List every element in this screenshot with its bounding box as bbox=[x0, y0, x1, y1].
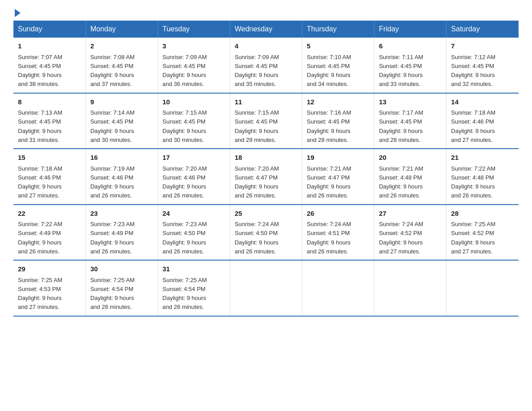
header-wednesday: Wednesday bbox=[230, 21, 302, 38]
calendar-cell bbox=[374, 260, 446, 316]
day-number: 7 bbox=[451, 41, 514, 51]
day-info: Sunrise: 7:24 AMSunset: 4:51 PMDaylight:… bbox=[307, 221, 351, 255]
day-info: Sunrise: 7:08 AMSunset: 4:45 PMDaylight:… bbox=[90, 54, 135, 88]
calendar-cell: 28 Sunrise: 7:25 AMSunset: 4:52 PMDaylig… bbox=[446, 205, 519, 261]
day-info: Sunrise: 7:09 AMSunset: 4:45 PMDaylight:… bbox=[163, 54, 207, 88]
calendar-cell bbox=[230, 260, 302, 316]
calendar-cell: 22 Sunrise: 7:22 AMSunset: 4:49 PMDaylig… bbox=[13, 205, 86, 261]
day-info: Sunrise: 7:22 AMSunset: 4:48 PMDaylight:… bbox=[451, 165, 495, 199]
page-header bbox=[13, 9, 519, 16]
day-info: Sunrise: 7:21 AMSunset: 4:48 PMDaylight:… bbox=[379, 165, 423, 199]
day-info: Sunrise: 7:15 AMSunset: 4:45 PMDaylight:… bbox=[235, 109, 279, 143]
calendar-cell bbox=[302, 260, 374, 316]
calendar-cell bbox=[446, 260, 519, 316]
logo bbox=[13, 9, 21, 16]
day-info: Sunrise: 7:13 AMSunset: 4:45 PMDaylight:… bbox=[18, 109, 62, 143]
header-monday: Monday bbox=[86, 21, 158, 38]
day-number: 11 bbox=[235, 97, 297, 107]
day-number: 18 bbox=[235, 153, 297, 163]
calendar-cell: 11 Sunrise: 7:15 AMSunset: 4:45 PMDaylig… bbox=[230, 93, 302, 149]
day-info: Sunrise: 7:18 AMSunset: 4:46 PMDaylight:… bbox=[18, 165, 62, 199]
day-number: 27 bbox=[379, 209, 442, 219]
day-info: Sunrise: 7:23 AMSunset: 4:49 PMDaylight:… bbox=[90, 221, 135, 255]
header-saturday: Saturday bbox=[446, 21, 519, 38]
day-info: Sunrise: 7:14 AMSunset: 4:45 PMDaylight:… bbox=[90, 109, 135, 143]
day-number: 14 bbox=[451, 97, 514, 107]
calendar-cell: 4 Sunrise: 7:09 AMSunset: 4:45 PMDayligh… bbox=[230, 38, 302, 93]
calendar-cell: 13 Sunrise: 7:17 AMSunset: 4:45 PMDaylig… bbox=[374, 93, 446, 149]
day-number: 16 bbox=[90, 153, 153, 163]
day-info: Sunrise: 7:18 AMSunset: 4:46 PMDaylight:… bbox=[451, 109, 495, 143]
day-info: Sunrise: 7:10 AMSunset: 4:45 PMDaylight:… bbox=[307, 54, 351, 88]
header-sunday: Sunday bbox=[13, 21, 86, 38]
day-info: Sunrise: 7:25 AMSunset: 4:54 PMDaylight:… bbox=[90, 277, 135, 311]
day-info: Sunrise: 7:25 AMSunset: 4:53 PMDaylight:… bbox=[18, 277, 62, 311]
day-number: 17 bbox=[163, 153, 225, 163]
calendar-cell: 24 Sunrise: 7:23 AMSunset: 4:50 PMDaylig… bbox=[158, 205, 230, 261]
day-info: Sunrise: 7:16 AMSunset: 4:45 PMDaylight:… bbox=[307, 109, 351, 143]
calendar-cell: 23 Sunrise: 7:23 AMSunset: 4:49 PMDaylig… bbox=[86, 205, 158, 261]
calendar-cell: 12 Sunrise: 7:16 AMSunset: 4:45 PMDaylig… bbox=[302, 93, 374, 149]
calendar-cell: 20 Sunrise: 7:21 AMSunset: 4:48 PMDaylig… bbox=[374, 149, 446, 205]
day-number: 9 bbox=[90, 97, 153, 107]
calendar-week-row: 29 Sunrise: 7:25 AMSunset: 4:53 PMDaylig… bbox=[13, 260, 519, 316]
day-info: Sunrise: 7:21 AMSunset: 4:47 PMDaylight:… bbox=[307, 165, 351, 199]
calendar-cell: 29 Sunrise: 7:25 AMSunset: 4:53 PMDaylig… bbox=[13, 260, 86, 316]
calendar-week-row: 22 Sunrise: 7:22 AMSunset: 4:49 PMDaylig… bbox=[13, 205, 519, 261]
day-number: 22 bbox=[18, 209, 81, 219]
day-number: 13 bbox=[379, 97, 442, 107]
logo-arrow-icon bbox=[15, 9, 21, 17]
calendar-cell: 21 Sunrise: 7:22 AMSunset: 4:48 PMDaylig… bbox=[446, 149, 519, 205]
calendar-cell: 3 Sunrise: 7:09 AMSunset: 4:45 PMDayligh… bbox=[158, 38, 230, 93]
day-number: 28 bbox=[451, 209, 514, 219]
day-number: 5 bbox=[307, 41, 369, 51]
day-number: 31 bbox=[163, 264, 225, 274]
calendar-week-row: 1 Sunrise: 7:07 AMSunset: 4:45 PMDayligh… bbox=[13, 38, 519, 93]
day-info: Sunrise: 7:12 AMSunset: 4:45 PMDaylight:… bbox=[451, 54, 495, 88]
calendar-cell: 31 Sunrise: 7:25 AMSunset: 4:54 PMDaylig… bbox=[158, 260, 230, 316]
calendar-header-row: SundayMondayTuesdayWednesdayThursdayFrid… bbox=[13, 21, 519, 38]
calendar-cell: 8 Sunrise: 7:13 AMSunset: 4:45 PMDayligh… bbox=[13, 93, 86, 149]
header-thursday: Thursday bbox=[302, 21, 374, 38]
calendar-week-row: 8 Sunrise: 7:13 AMSunset: 4:45 PMDayligh… bbox=[13, 93, 519, 149]
day-info: Sunrise: 7:17 AMSunset: 4:45 PMDaylight:… bbox=[379, 109, 423, 143]
day-info: Sunrise: 7:25 AMSunset: 4:54 PMDaylight:… bbox=[163, 277, 207, 311]
calendar-cell: 1 Sunrise: 7:07 AMSunset: 4:45 PMDayligh… bbox=[13, 38, 86, 93]
day-number: 1 bbox=[18, 41, 81, 51]
calendar-cell: 10 Sunrise: 7:15 AMSunset: 4:45 PMDaylig… bbox=[158, 93, 230, 149]
day-info: Sunrise: 7:23 AMSunset: 4:50 PMDaylight:… bbox=[163, 221, 207, 255]
day-number: 30 bbox=[90, 264, 153, 274]
calendar-cell: 25 Sunrise: 7:24 AMSunset: 4:50 PMDaylig… bbox=[230, 205, 302, 261]
day-number: 3 bbox=[163, 41, 225, 51]
calendar-cell: 17 Sunrise: 7:20 AMSunset: 4:46 PMDaylig… bbox=[158, 149, 230, 205]
calendar-table: SundayMondayTuesdayWednesdayThursdayFrid… bbox=[13, 21, 519, 317]
day-number: 23 bbox=[90, 209, 153, 219]
day-info: Sunrise: 7:25 AMSunset: 4:52 PMDaylight:… bbox=[451, 221, 495, 255]
day-number: 24 bbox=[163, 209, 225, 219]
day-info: Sunrise: 7:24 AMSunset: 4:52 PMDaylight:… bbox=[379, 221, 423, 255]
calendar-cell: 30 Sunrise: 7:25 AMSunset: 4:54 PMDaylig… bbox=[86, 260, 158, 316]
day-info: Sunrise: 7:15 AMSunset: 4:45 PMDaylight:… bbox=[163, 109, 207, 143]
day-number: 8 bbox=[18, 97, 81, 107]
calendar-cell: 14 Sunrise: 7:18 AMSunset: 4:46 PMDaylig… bbox=[446, 93, 519, 149]
day-number: 29 bbox=[18, 264, 81, 274]
calendar-cell: 16 Sunrise: 7:19 AMSunset: 4:46 PMDaylig… bbox=[86, 149, 158, 205]
calendar-cell: 7 Sunrise: 7:12 AMSunset: 4:45 PMDayligh… bbox=[446, 38, 519, 93]
calendar-cell: 27 Sunrise: 7:24 AMSunset: 4:52 PMDaylig… bbox=[374, 205, 446, 261]
header-friday: Friday bbox=[374, 21, 446, 38]
calendar-week-row: 15 Sunrise: 7:18 AMSunset: 4:46 PMDaylig… bbox=[13, 149, 519, 205]
day-number: 25 bbox=[235, 209, 297, 219]
day-number: 12 bbox=[307, 97, 369, 107]
calendar-cell: 5 Sunrise: 7:10 AMSunset: 4:45 PMDayligh… bbox=[302, 38, 374, 93]
day-info: Sunrise: 7:24 AMSunset: 4:50 PMDaylight:… bbox=[235, 221, 279, 255]
day-info: Sunrise: 7:07 AMSunset: 4:45 PMDaylight:… bbox=[18, 54, 62, 88]
day-number: 26 bbox=[307, 209, 369, 219]
calendar-cell: 9 Sunrise: 7:14 AMSunset: 4:45 PMDayligh… bbox=[86, 93, 158, 149]
calendar-cell: 18 Sunrise: 7:20 AMSunset: 4:47 PMDaylig… bbox=[230, 149, 302, 205]
calendar-cell: 15 Sunrise: 7:18 AMSunset: 4:46 PMDaylig… bbox=[13, 149, 86, 205]
day-info: Sunrise: 7:19 AMSunset: 4:46 PMDaylight:… bbox=[90, 165, 135, 199]
day-number: 6 bbox=[379, 41, 442, 51]
day-info: Sunrise: 7:09 AMSunset: 4:45 PMDaylight:… bbox=[235, 54, 279, 88]
calendar-cell: 2 Sunrise: 7:08 AMSunset: 4:45 PMDayligh… bbox=[86, 38, 158, 93]
header-tuesday: Tuesday bbox=[158, 21, 230, 38]
